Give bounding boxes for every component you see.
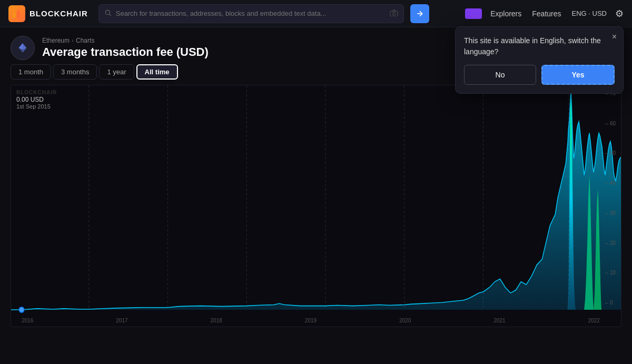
breadcrumb-section[interactable]: Charts — [76, 37, 94, 44]
x-label-2021: 2021 — [493, 318, 505, 323]
x-label-2016: 2016 — [22, 318, 33, 323]
popup-yes-button[interactable]: Yes — [541, 65, 615, 85]
filter-3months[interactable]: 3 months — [53, 64, 97, 80]
y-label-10: -- 10 — [605, 270, 616, 276]
filter-1month[interactable]: 1 month — [11, 64, 51, 80]
search-bar — [98, 4, 404, 23]
chart-watermark: BLOCKCHAIR — [16, 90, 57, 95]
x-label-2020: 2020 — [399, 318, 411, 323]
svg-point-20 — [19, 307, 24, 313]
tooltip-date: 1st Sep 2015 — [16, 103, 51, 110]
logo-area: BLOCKCHAIR — [8, 5, 88, 22]
filter-1year[interactable]: 1 year — [99, 64, 134, 80]
svg-rect-5 — [390, 11, 398, 16]
header: BLOCKCHAIR Explorers Features ENG · US — [0, 0, 632, 27]
x-label-2018: 2018 — [211, 318, 222, 323]
x-axis: 2016 2017 2018 2019 2020 2021 2022 — [22, 318, 600, 323]
popup-buttons: No Yes — [464, 65, 615, 85]
y-label-40: -- 40 — [605, 180, 616, 186]
chart-svg — [11, 85, 621, 327]
currency-flag-icon[interactable] — [465, 8, 482, 19]
y-label-50: -- 50 — [605, 150, 616, 156]
svg-marker-11 — [18, 43, 23, 50]
y-label-0: -- 0 — [605, 300, 616, 306]
page-title: Average transaction fee (USD) — [42, 45, 209, 59]
svg-point-3 — [105, 10, 110, 14]
x-label-2022: 2022 — [588, 318, 600, 323]
search-input[interactable] — [116, 9, 386, 17]
chart-tooltip: 0.00 USD 1st Sep 2015 — [16, 96, 51, 110]
header-right: Explorers Features ENG · USD ⚙ — [465, 8, 624, 19]
svg-line-4 — [109, 14, 111, 15]
y-axis: -- 0 -- 10 -- 20 -- 30 -- 40 -- 50 -- 60… — [605, 85, 616, 311]
nav-features[interactable]: Features — [532, 9, 561, 18]
svg-rect-2 — [13, 9, 16, 12]
blockchair-logo-icon — [8, 5, 25, 22]
logo-text: BLOCKCHAIR — [29, 9, 88, 18]
svg-rect-0 — [13, 13, 16, 18]
search-button[interactable] — [410, 4, 429, 23]
x-label-2019: 2019 — [305, 318, 317, 323]
popup-text: This site is available in English, switc… — [464, 35, 615, 57]
y-label-30: -- 30 — [605, 210, 616, 216]
language-selector[interactable]: ENG · USD — [572, 9, 607, 17]
title-section: Ethereum › Charts Average transaction fe… — [11, 36, 209, 60]
popup-close-button[interactable]: × — [612, 32, 617, 42]
svg-point-6 — [392, 12, 395, 15]
breadcrumb: Ethereum › Charts — [42, 37, 209, 44]
title-text: Ethereum › Charts Average transaction fe… — [42, 37, 209, 59]
breadcrumb-chain[interactable]: Ethereum — [42, 37, 70, 44]
tooltip-value: 0.00 USD — [16, 96, 51, 103]
y-label-60: -- 60 — [605, 121, 616, 126]
y-label-20: -- 20 — [605, 240, 616, 246]
camera-icon[interactable] — [390, 9, 398, 18]
language-popup: × This site is available in English, swi… — [455, 26, 624, 94]
nav-explorers[interactable]: Explorers — [490, 9, 521, 18]
svg-rect-1 — [17, 11, 20, 18]
settings-icon[interactable]: ⚙ — [615, 8, 624, 19]
filter-alltime[interactable]: All time — [136, 64, 178, 80]
eth-avatar — [11, 36, 35, 60]
breadcrumb-separator: › — [72, 37, 74, 44]
popup-no-button[interactable]: No — [464, 65, 536, 85]
search-icon — [104, 9, 112, 18]
nav-links: Explorers Features ENG · USD — [490, 9, 607, 18]
chart-area: BLOCKCHAIR 0.00 USD 1st Sep 2015 -- 0 --… — [11, 85, 621, 327]
x-label-2017: 2017 — [116, 318, 127, 323]
